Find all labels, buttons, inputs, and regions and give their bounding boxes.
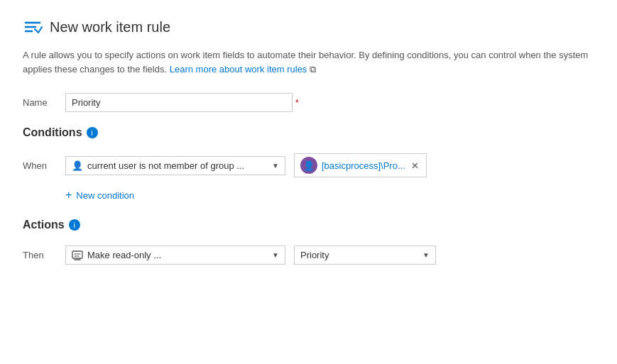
conditions-header: Conditions i (23, 126, 594, 139)
group-label: [basicprocess]\Pro... (322, 160, 405, 171)
rule-icon (23, 17, 43, 37)
make-readonly-icon (72, 250, 83, 260)
group-chip-close-button[interactable]: ✕ (410, 160, 420, 171)
user-not-member-icon: 👤 (72, 160, 83, 171)
condition-dropdown-text: current user is not member of group ... (87, 160, 268, 171)
group-chip: 👤 [basicprocess]\Pro... ✕ (294, 153, 427, 177)
name-label: Name (23, 97, 65, 108)
learn-more-link[interactable]: Learn more about work item rules (170, 64, 307, 75)
page-title: New work item rule (50, 19, 170, 35)
action-dropdown-arrow: ▼ (272, 251, 279, 259)
plus-icon: + (65, 189, 72, 202)
required-indicator: * (295, 98, 299, 108)
add-condition-button[interactable]: + New condition (65, 189, 594, 202)
actions-header: Actions i (23, 219, 594, 231)
field-dropdown-arrow: ▼ (422, 251, 430, 259)
then-label: Then (23, 250, 57, 260)
then-action-row: Then Make read-only ... ▼ Priority ▼ (23, 246, 594, 265)
svg-rect-3 (72, 251, 82, 258)
actions-info-icon[interactable]: i (69, 219, 80, 231)
actions-title: Actions (23, 219, 65, 231)
group-avatar: 👤 (300, 157, 317, 174)
action-dropdown-text: Make read-only ... (87, 250, 268, 260)
field-dropdown-text: Priority (300, 250, 418, 260)
description-text: A rule allows you to specify actions on … (23, 48, 594, 76)
when-condition-row: When 👤 current user is not member of gro… (23, 153, 594, 177)
action-dropdown[interactable]: Make read-only ... ▼ (65, 246, 285, 265)
name-input[interactable] (65, 93, 293, 112)
conditions-title: Conditions (23, 126, 82, 139)
condition-dropdown[interactable]: 👤 current user is not member of group ..… (65, 156, 285, 175)
add-condition-label: New condition (76, 190, 134, 201)
page-header: New work item rule (23, 17, 594, 37)
when-label: When (23, 160, 57, 171)
condition-dropdown-arrow: ▼ (272, 162, 279, 170)
conditions-info-icon[interactable]: i (87, 127, 98, 138)
name-field-row: Name * (23, 93, 594, 112)
field-dropdown[interactable]: Priority ▼ (294, 246, 436, 265)
group-avatar-icon: 👤 (303, 160, 315, 171)
conditions-section: Conditions i When 👤 current user is not … (23, 126, 594, 202)
actions-section: Actions i Then Make read-only ... ▼ Prio… (23, 219, 594, 265)
